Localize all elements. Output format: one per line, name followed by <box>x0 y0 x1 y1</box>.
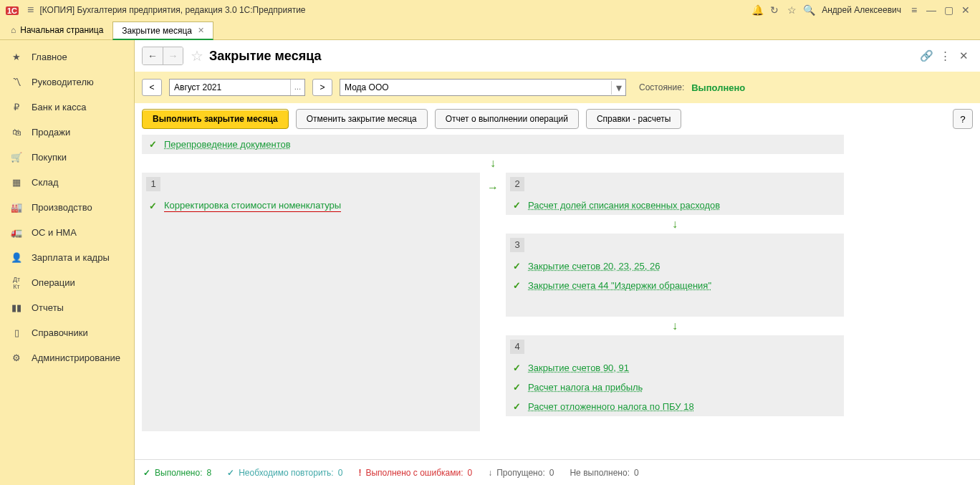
tab-bar: ⌂ Начальная страница Закрытие месяца ✕ <box>0 20 980 40</box>
next-period-button[interactable]: > <box>312 79 332 96</box>
sidebar-item-hr[interactable]: 👤Зарплата и кадры <box>0 245 134 270</box>
sidebar-item-purchases[interactable]: 🛒Покупки <box>0 145 134 170</box>
check-icon: ✓ <box>513 401 521 412</box>
tab-close-icon[interactable]: ✕ <box>198 26 204 35</box>
sidebar-item-bank[interactable]: ₽Банк и касса <box>0 95 134 120</box>
state-label: Состояние: <box>639 82 684 92</box>
undone-label: Не выполнено: <box>570 468 630 478</box>
nav-back-button[interactable]: ← <box>143 47 163 64</box>
step-2-link[interactable]: Расчет долей списания косвенных расходов <box>528 200 720 211</box>
tab-closing[interactable]: Закрытие месяца ✕ <box>112 21 213 40</box>
bell-icon[interactable]: 🔔 <box>749 4 766 16</box>
sidebar-item-sales[interactable]: 🛍Продажи <box>0 120 134 145</box>
more-icon[interactable]: ⋮ <box>936 49 954 62</box>
skip-label: Пропущено: <box>496 468 545 478</box>
arrow-down-icon: ↓ <box>142 154 844 173</box>
user-label[interactable]: Андрей Алексеевич <box>822 5 901 15</box>
factory-icon: 🏭 <box>10 202 23 213</box>
param-bar: < … > ▾ Состояние: Выполнено <box>135 72 980 103</box>
maximize-icon[interactable]: ▢ <box>940 4 957 16</box>
home-icon: ⌂ <box>11 25 16 35</box>
tab-home[interactable]: ⌂ Начальная страница <box>1 21 112 39</box>
person-icon: 👤 <box>10 252 23 263</box>
step-4-number: 4 <box>510 340 524 354</box>
close-page-icon[interactable]: ✕ <box>954 49 973 62</box>
period-input[interactable] <box>170 82 290 92</box>
org-field-wrap: ▾ <box>340 79 626 96</box>
truck-icon: 🚛 <box>10 227 23 238</box>
main-menu-icon[interactable]: ≡ <box>27 4 34 16</box>
state-value: Выполнено <box>691 82 745 93</box>
step-4c-link[interactable]: Расчет отложенного налога по ПБУ 18 <box>528 401 694 412</box>
period-field-wrap: … <box>169 79 305 96</box>
sidebar-item-manager[interactable]: 〽Руководителю <box>0 69 134 95</box>
cancel-button[interactable]: Отменить закрытие месяца <box>296 109 428 129</box>
help-button[interactable]: ? <box>953 109 973 129</box>
minimize-icon[interactable]: — <box>923 4 940 16</box>
star-icon[interactable]: ☆ <box>783 4 800 16</box>
title-bar: 1C ≡ [КОПИЯ] Бухгалтерия предприятия, ре… <box>0 0 980 20</box>
check-icon: ✓ <box>513 200 521 211</box>
cart-icon: 🛒 <box>10 152 23 163</box>
sidebar-item-warehouse[interactable]: ▦Склад <box>0 170 134 195</box>
settings-icon[interactable]: ≡ <box>905 4 923 16</box>
nav-back-forward: ← → <box>142 47 183 65</box>
sidebar: ★Главное 〽Руководителю ₽Банк и касса 🛍Пр… <box>0 40 135 485</box>
done-label: Выполнено: <box>155 468 202 478</box>
step-3-number: 3 <box>510 238 524 252</box>
step-2-number: 2 <box>510 177 524 191</box>
run-button[interactable]: Выполнить закрытие месяца <box>142 109 289 129</box>
favorite-icon[interactable]: ☆ <box>191 47 203 64</box>
tab-closing-label: Закрытие месяца <box>122 26 192 36</box>
step-3a-link[interactable]: Закрытие счетов 20, 23, 25, 26 <box>528 261 660 272</box>
refs-button[interactable]: Справки - расчеты <box>586 109 681 129</box>
step-4a-link[interactable]: Закрытие счетов 90, 91 <box>528 362 629 373</box>
step-3b-link[interactable]: Закрытие счета 44 "Издержки обращения" <box>528 280 711 291</box>
status-footer: ✓Выполнено: 8 ✓Необходимо повторить: 0 !… <box>135 459 980 485</box>
check-icon: ✓ <box>513 382 521 393</box>
step-1-block: 1 ✓ Корректировка стоимости номенклатуры <box>142 173 480 431</box>
check-icon: ✓ <box>513 362 521 373</box>
check-icon: ✓ <box>513 280 521 291</box>
check-icon: ✓ <box>149 139 157 150</box>
book-icon: ▯ <box>10 327 23 338</box>
skip-icon: ↓ <box>488 468 492 478</box>
err-label: Выполнено с ошибками: <box>365 468 463 478</box>
chart-icon: 〽 <box>10 77 23 87</box>
org-input[interactable] <box>340 82 611 92</box>
step-3-block: 3 ✓Закрытие счетов 20, 23, 25, 26 ✓Закры… <box>506 234 844 317</box>
link-icon[interactable]: 🔗 <box>917 49 936 62</box>
step-4-block: 4 ✓Закрытие счетов 90, 91 ✓Расчет налога… <box>506 335 844 416</box>
prev-period-button[interactable]: < <box>142 79 162 96</box>
star-icon: ★ <box>10 52 23 62</box>
history-icon[interactable]: ↻ <box>766 4 783 16</box>
repeat-value: 0 <box>338 468 343 478</box>
search-icon[interactable]: 🔍 <box>800 4 817 16</box>
sidebar-item-reports[interactable]: ▮▮Отчеты <box>0 295 134 320</box>
sidebar-item-main[interactable]: ★Главное <box>0 44 134 69</box>
sidebar-item-operations[interactable]: ДтКтОперации <box>0 270 134 295</box>
step-1-link[interactable]: Корректировка стоимости номенклатуры <box>164 200 341 212</box>
nav-forward-button[interactable]: → <box>163 47 183 64</box>
bag-icon: 🛍 <box>10 127 23 138</box>
step-4b-link[interactable]: Расчет налога на прибыль <box>528 382 643 393</box>
report-button[interactable]: Отчет о выполнении операций <box>435 109 579 129</box>
sidebar-item-refs[interactable]: ▯Справочники <box>0 320 134 345</box>
arrow-right-icon: → <box>487 173 499 194</box>
arrow-down-icon: ↓ <box>672 320 678 332</box>
reprocess-link[interactable]: Перепроведение документов <box>164 139 291 150</box>
gear-icon: ⚙ <box>10 352 23 363</box>
sidebar-item-assets[interactable]: 🚛ОС и НМА <box>0 220 134 245</box>
period-picker-icon[interactable]: … <box>290 80 304 95</box>
org-dropdown-icon[interactable]: ▾ <box>611 81 625 95</box>
close-icon[interactable]: ✕ <box>957 4 974 16</box>
check-icon: ✓ <box>513 261 521 272</box>
sidebar-item-admin[interactable]: ⚙Администрирование <box>0 345 134 370</box>
logo-1c: 1C <box>6 4 19 16</box>
warn-icon: ! <box>358 468 361 478</box>
sidebar-item-production[interactable]: 🏭Производство <box>0 195 134 220</box>
bars-icon: ▮▮ <box>10 302 23 313</box>
reprocess-row: ✓ Перепроведение документов <box>142 135 844 154</box>
check-icon: ✓ <box>149 201 157 211</box>
ruble-icon: ₽ <box>10 102 23 112</box>
